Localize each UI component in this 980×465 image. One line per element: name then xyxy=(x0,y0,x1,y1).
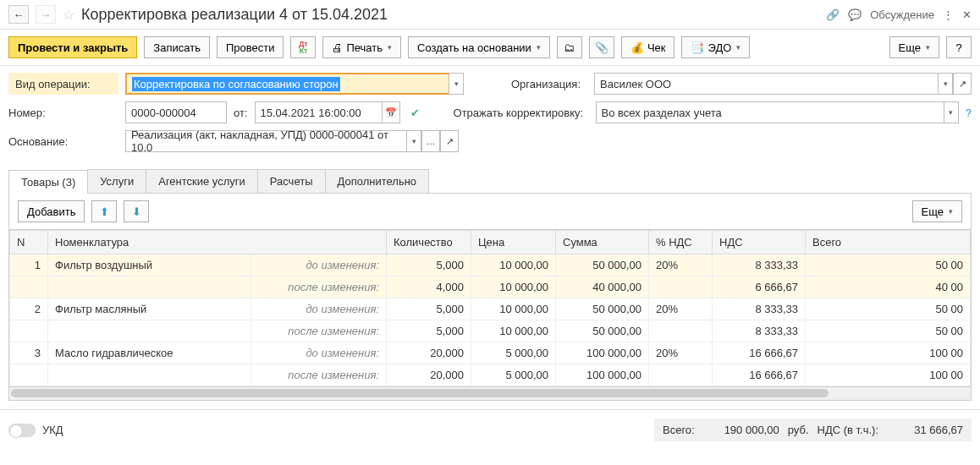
basis-dropdown[interactable]: ▾ xyxy=(406,130,421,152)
status-ok-icon: ✔ xyxy=(410,107,420,119)
currency-label: руб. xyxy=(788,424,809,436)
print-button[interactable]: 🖨 Печать ▾ xyxy=(322,36,401,58)
stack-icon: 📑 xyxy=(691,41,704,54)
move-up-button[interactable]: ⬆ xyxy=(91,200,117,222)
nav-back-button[interactable]: ← xyxy=(8,5,29,24)
op-type-label: Вид операции: xyxy=(8,73,118,95)
org-label: Организация: xyxy=(511,78,587,90)
table-more-button[interactable]: Еще ▾ xyxy=(912,200,962,222)
help-button[interactable]: ? xyxy=(946,36,972,58)
calendar-button[interactable]: 📅 xyxy=(382,101,400,123)
check-button[interactable]: 💰 Чек xyxy=(621,36,675,58)
total-value: 190 000,00 xyxy=(703,424,779,436)
col-vat-pct[interactable]: % НДС xyxy=(649,231,713,254)
reflect-help-icon[interactable]: ? xyxy=(966,107,972,119)
basis-open-button[interactable]: ↗ xyxy=(440,130,459,152)
tab-extra[interactable]: Дополнительно xyxy=(325,169,430,193)
more-button[interactable]: Еще ▾ xyxy=(889,36,939,58)
attach-button[interactable]: 📎 xyxy=(589,36,614,58)
favorite-star-icon[interactable]: ☆ xyxy=(63,7,74,23)
tab-agent[interactable]: Агентские услуги xyxy=(146,169,258,193)
col-qty[interactable]: Количество xyxy=(387,231,471,254)
reflect-dropdown[interactable]: ▾ xyxy=(944,101,959,123)
post-button[interactable]: Провести xyxy=(217,36,284,58)
from-label: от: xyxy=(234,107,248,119)
op-type-field[interactable]: Корректировка по согласованию сторон xyxy=(125,73,449,95)
discuss-icon: 💬 xyxy=(848,8,862,21)
edo-button[interactable]: 📑 ЭДО ▾ xyxy=(681,36,750,58)
add-row-button[interactable]: Добавить xyxy=(18,200,85,222)
col-price[interactable]: Цена xyxy=(471,231,556,254)
table-row[interactable]: после изменения:4,00010 000,0040 000,006… xyxy=(10,276,971,298)
vat-total-value: 31 666,67 xyxy=(887,424,963,436)
vat-total-label: НДС (в т.ч.): xyxy=(818,424,879,436)
number-label: Номер: xyxy=(8,107,118,119)
col-item[interactable]: Номенклатура xyxy=(48,231,387,254)
reflect-label: Отражать корректировку: xyxy=(454,107,589,119)
discuss-link[interactable]: Обсуждение xyxy=(870,8,934,21)
ukd-label: УКД xyxy=(42,424,63,436)
save-button[interactable]: Записать xyxy=(144,36,210,58)
table-h-scrollbar[interactable] xyxy=(8,387,972,401)
nav-forward-button[interactable]: → xyxy=(36,5,56,24)
table-row[interactable]: 3Масло гидравлическоедо изменения:20,000… xyxy=(10,342,971,364)
more-menu-icon[interactable]: ⋮ xyxy=(943,8,954,21)
move-down-button[interactable]: ⬇ xyxy=(124,200,149,222)
post-and-close-button[interactable]: Провести и закрыть xyxy=(8,36,137,58)
col-vat[interactable]: НДС xyxy=(713,231,806,254)
tab-services[interactable]: Услуги xyxy=(87,169,146,193)
close-icon[interactable]: ✕ xyxy=(962,8,972,21)
reflect-field[interactable]: Во всех разделах учета xyxy=(596,101,944,123)
page-title: Корректировка реализации 4 от 15.04.2021 xyxy=(81,6,819,24)
org-field[interactable]: Василек ООО xyxy=(594,73,938,95)
link-icon[interactable]: 🔗 xyxy=(826,8,840,21)
col-sum[interactable]: Сумма xyxy=(556,231,649,254)
dtkt-button[interactable]: ДтКт xyxy=(290,36,316,58)
tab-goods[interactable]: Товары (3) xyxy=(8,170,88,194)
op-type-dropdown[interactable]: ▾ xyxy=(449,73,464,95)
org-open-button[interactable]: ↗ xyxy=(953,73,972,95)
cash-icon: 💰 xyxy=(630,41,644,54)
create-based-button[interactable]: Создать на основании ▾ xyxy=(408,36,550,58)
col-n[interactable]: N xyxy=(10,231,48,254)
total-label: Всего: xyxy=(663,424,695,436)
table-row[interactable]: 1Фильтр воздушныйдо изменения:5,00010 00… xyxy=(10,254,971,276)
col-total[interactable]: Всего xyxy=(806,231,971,254)
related-button[interactable]: 🗂 xyxy=(557,36,582,58)
basis-label: Основание: xyxy=(8,135,118,148)
ukd-toggle[interactable] xyxy=(8,424,36,437)
printer-icon: 🖨 xyxy=(332,41,343,54)
basis-field[interactable]: Реализация (акт, накладная, УПД) 0000-00… xyxy=(125,130,406,152)
table-row[interactable]: после изменения:5,00010 000,0050 000,008… xyxy=(10,320,971,342)
table-row[interactable]: после изменения:20,0005 000,00100 000,00… xyxy=(10,364,971,386)
goods-table: N Номенклатура Количество Цена Сумма % Н… xyxy=(9,230,971,386)
tab-calc[interactable]: Расчеты xyxy=(257,169,326,193)
number-field[interactable]: 0000-000004 xyxy=(125,101,227,123)
table-row[interactable]: 2Фильтр масляныйдо изменения:5,00010 000… xyxy=(10,298,971,320)
basis-select-button[interactable]: … xyxy=(421,130,440,152)
date-field[interactable]: 15.04.2021 16:00:00 xyxy=(255,101,382,123)
org-dropdown[interactable]: ▾ xyxy=(938,73,953,95)
